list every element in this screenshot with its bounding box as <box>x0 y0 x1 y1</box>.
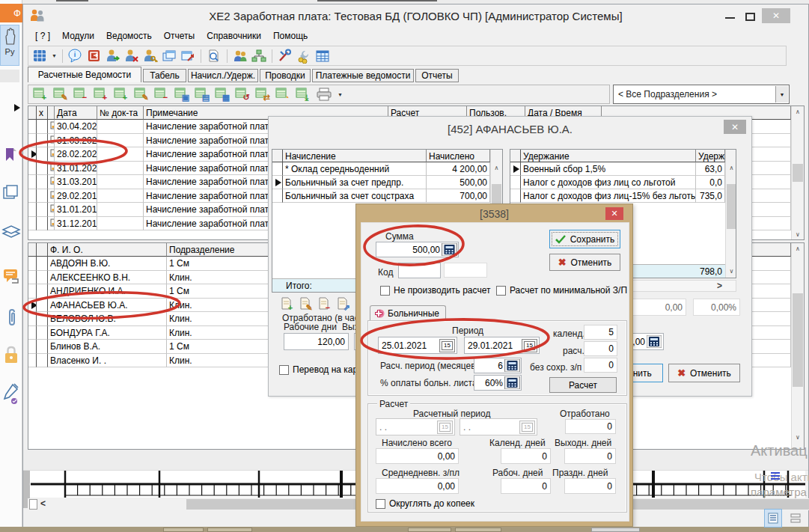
transfer-icon[interactable]: ⇄ <box>255 87 270 102</box>
calculator-icon[interactable] <box>504 376 520 389</box>
vertical-scrollbar[interactable]: ∧∨ <box>791 106 804 239</box>
menu-reports[interactable]: Отчеты <box>159 29 199 43</box>
table-row[interactable]: Больничный за счет предпр.500,00 <box>272 176 502 189</box>
tab-tabel[interactable]: Табель <box>143 69 186 82</box>
acc-remove-icon[interactable]: − <box>317 296 332 311</box>
vertical-scrollbar[interactable]: ∧∨ <box>725 150 736 278</box>
menu-help-q[interactable]: [ ? ] <box>31 29 55 43</box>
scroll-up-icon[interactable]: ∧ <box>726 162 736 173</box>
code-field-1[interactable] <box>398 263 441 278</box>
combo-dropdown-button[interactable]: ▼ <box>775 86 788 103</box>
scroll-down-icon[interactable]: ∨ <box>792 229 804 239</box>
employees-view-icon[interactable]: ▤ <box>195 87 210 102</box>
signature-icon[interactable] <box>2 383 20 406</box>
calendar-icon[interactable]: 15 <box>439 339 455 352</box>
info-balloon-icon[interactable]: i <box>68 49 83 64</box>
tab-sick-leave[interactable]: Больничные <box>370 305 446 321</box>
nosave-field[interactable]: 0 <box>584 358 617 373</box>
window-jump-icon[interactable] <box>180 49 195 64</box>
calc-date-from[interactable]: . . 15 <box>376 418 455 435</box>
table-row[interactable]: * Оклад середньоденний4 200,00 <box>272 162 502 176</box>
document-preview-icon[interactable] <box>207 49 222 64</box>
menu-modules[interactable]: Модули <box>58 29 99 43</box>
kalend-field[interactable]: 5 <box>584 325 617 340</box>
tab-provodki[interactable]: Проводки <box>260 69 311 82</box>
maximize-button[interactable] <box>745 13 755 21</box>
employee-remove-icon[interactable]: − <box>154 87 169 102</box>
scrollbar-thumb[interactable] <box>727 184 736 229</box>
acc-copy-icon[interactable]: ⇗ <box>335 296 350 311</box>
table-icon[interactable] <box>315 49 330 64</box>
scrollbar-thumb[interactable] <box>492 184 501 204</box>
statement-add-icon[interactable]: + <box>33 87 48 102</box>
sick-dialog-close[interactable]: ✕ <box>605 207 623 220</box>
list-view-button[interactable] <box>787 509 805 528</box>
tab-otchety[interactable]: Отчеты <box>415 69 459 82</box>
print-icon[interactable] <box>316 87 332 102</box>
calc-date-to[interactable]: . . 15 <box>460 418 537 435</box>
comments-icon[interactable] <box>2 267 20 287</box>
sidebar-hand-tool[interactable]: Ру <box>0 25 19 66</box>
windows-icon[interactable] <box>162 49 177 64</box>
pages-icon[interactable] <box>2 183 20 201</box>
calendar-icon[interactable]: 15 <box>522 339 537 352</box>
avg-field[interactable]: 0,00 <box>376 478 459 494</box>
calendar-icon[interactable]: 15 <box>519 421 535 434</box>
cancel-button-452[interactable]: ✖ Отменить <box>668 364 740 382</box>
calendar-icon[interactable]: 15 <box>437 421 453 434</box>
exit-icon[interactable] <box>87 49 102 64</box>
sidebar-orange-header[interactable]: Ф <box>0 4 22 22</box>
tools-icon[interactable] <box>278 49 293 64</box>
accrued-field[interactable]: 0,00 <box>376 448 459 464</box>
employee-edit-icon[interactable]: ✎ <box>134 87 149 102</box>
lock-icon[interactable] <box>3 345 19 366</box>
calculator-icon[interactable] <box>504 359 520 372</box>
tab-platezhnye-vedomosti[interactable]: Платежные ведомости <box>312 69 414 82</box>
calculator-icon[interactable] <box>647 335 662 348</box>
scroll-down-icon[interactable]: ∨ <box>792 432 804 442</box>
list-view-button-active[interactable] <box>764 509 782 528</box>
minimize-button[interactable] <box>725 17 735 19</box>
table-row[interactable]: Военный сбор 1,5%63,0 <box>510 162 736 176</box>
holidays-field[interactable]: 0 <box>564 478 616 494</box>
no-calc-checkbox[interactable]: Не производить расчет <box>380 285 490 296</box>
title-bar[interactable]: ХЕ2 Заработная плата: Тестовая БД (ГОЛОВ… <box>23 4 808 27</box>
worked-field[interactable]: 0 <box>565 419 616 434</box>
workdays-days-field[interactable]: 0 <box>501 478 551 494</box>
min-calc-checkbox[interactable]: Расчет по минимальной З/П <box>496 285 627 296</box>
date-from-field[interactable]: 25.01.2021 15 <box>378 337 457 354</box>
months-field[interactable]: 6 <box>474 358 522 373</box>
workdays-field[interactable]: 120,00 <box>284 333 349 350</box>
hscroll-box[interactable] <box>29 499 37 510</box>
calc-sheet-icon[interactable]: ▦ <box>215 87 230 102</box>
scroll-up-icon[interactable]: ∧ <box>491 162 502 173</box>
scroll-up-icon[interactable]: ∧ <box>792 106 804 117</box>
scroll-up-icon[interactable]: ∧ <box>792 243 804 254</box>
toolbar-caret-icon[interactable]: ▼ <box>338 92 343 97</box>
employee-add-icon[interactable]: + <box>114 87 129 102</box>
history-icon[interactable]: ◔ <box>275 87 290 102</box>
table-row[interactable]: Налог с доходов физ лиц-15% без льготы73… <box>510 189 736 203</box>
close-button[interactable]: ✕ <box>762 8 790 23</box>
cancel-button[interactable]: ✖ Отменить <box>549 254 620 271</box>
user-accept-icon[interactable] <box>106 49 120 64</box>
date-to-field[interactable]: 29.01.2021 15 <box>464 337 540 354</box>
undo-icon[interactable]: ↺ <box>235 87 250 102</box>
table-row[interactable]: Больничный за счет соцстраха700,00 <box>272 189 502 203</box>
table-row[interactable]: Налог с доходов физ лиц со льготой0,0 <box>510 176 736 189</box>
sum-field[interactable]: 500,00 <box>376 242 459 257</box>
org-chart-icon[interactable] <box>251 49 266 64</box>
percent-field[interactable]: 60% <box>474 375 522 391</box>
employee-view-icon[interactable]: ▣ <box>174 87 189 102</box>
toolbar-caret-icon[interactable]: ▼ <box>52 53 57 58</box>
save-button[interactable]: Сохранить <box>549 230 620 248</box>
user-key-icon[interactable] <box>143 49 158 64</box>
scroll-left-icon[interactable]: < <box>40 498 46 509</box>
app-grid-icon[interactable] <box>33 49 48 64</box>
user-delete-icon[interactable] <box>124 49 139 64</box>
statement-remove-icon[interactable]: − <box>73 87 88 102</box>
menu-directories[interactable]: Справочники <box>202 29 266 43</box>
calc-button[interactable]: Расчет <box>549 377 617 393</box>
tab-raschetnye-vedomosti[interactable]: Расчетные Ведомости <box>28 67 141 82</box>
scroll-right-icon[interactable]: > <box>717 281 722 291</box>
